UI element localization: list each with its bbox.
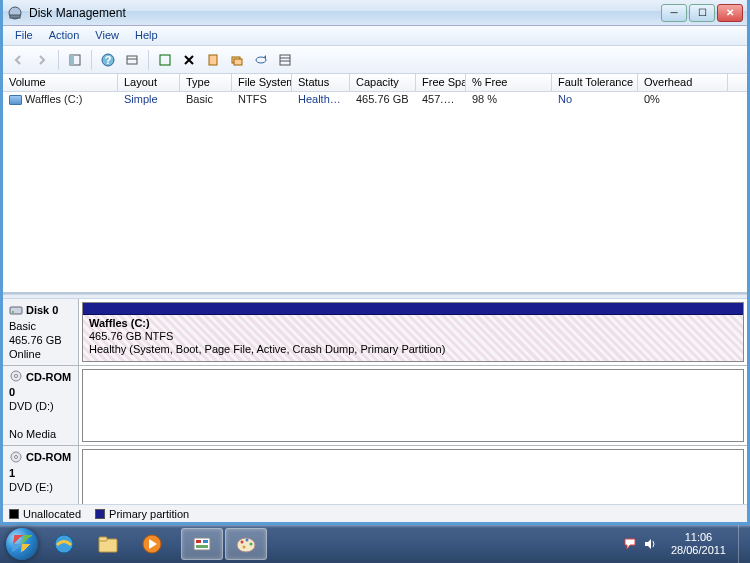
taskbar-paint[interactable] [225, 528, 267, 560]
menu-action[interactable]: Action [41, 26, 88, 45]
disc-icon [9, 451, 23, 466]
cell-free: 457.27 GB [416, 92, 466, 108]
forward-button[interactable] [31, 49, 53, 71]
svg-rect-8 [160, 55, 170, 65]
menu-help[interactable]: Help [127, 26, 166, 45]
col-freespace[interactable]: Free Spa... [416, 74, 466, 91]
taskbar-ie[interactable] [43, 528, 85, 560]
no-media[interactable] [82, 369, 744, 443]
col-status[interactable]: Status [292, 74, 350, 91]
svg-rect-29 [196, 545, 208, 548]
disk-partitions [79, 446, 747, 504]
disk-row-0[interactable]: Disk 0 Basic 465.76 GB Online Waffles (C… [3, 299, 747, 366]
col-fault[interactable]: Fault Tolerance [552, 74, 638, 91]
windows-logo-icon [6, 528, 38, 560]
time: 11:06 [671, 531, 726, 544]
col-layout[interactable]: Layout [118, 74, 180, 91]
delete-button[interactable] [178, 49, 200, 71]
svg-rect-24 [99, 537, 107, 541]
svg-rect-1 [10, 15, 20, 18]
taskbar-explorer[interactable] [87, 528, 129, 560]
separator [148, 50, 149, 70]
legend-unallocated-swatch [9, 509, 19, 519]
system-tray[interactable]: 11:06 28/06/2011 [619, 531, 738, 557]
action-button[interactable] [226, 49, 248, 71]
col-capacity[interactable]: Capacity [350, 74, 416, 91]
window-title: Disk Management [29, 6, 661, 20]
cell-capacity: 465.76 GB [350, 92, 416, 108]
menubar: File Action View Help [3, 26, 747, 46]
svg-point-12 [256, 57, 266, 63]
maximize-button[interactable]: ☐ [689, 4, 715, 22]
taskbar-disk-management[interactable] [181, 528, 223, 560]
refresh-button[interactable] [154, 49, 176, 71]
svg-rect-13 [280, 55, 290, 65]
column-headers: Volume Layout Type File System Status Ca… [3, 74, 747, 92]
col-pctfree[interactable]: % Free [466, 74, 552, 91]
menu-view[interactable]: View [87, 26, 127, 45]
col-filesystem[interactable]: File System [232, 74, 292, 91]
partition-c[interactable]: Waffles (C:) 465.76 GB NTFS Healthy (Sys… [82, 302, 744, 362]
menu-file[interactable]: File [7, 26, 41, 45]
svg-rect-3 [70, 55, 74, 65]
svg-point-31 [241, 541, 244, 544]
show-desktop-button[interactable] [738, 525, 748, 563]
taskbar-media-player[interactable] [131, 528, 173, 560]
app-icon [7, 5, 23, 21]
help-button[interactable]: ? [97, 49, 119, 71]
disk-partitions: Waffles (C:) 465.76 GB NTFS Healthy (Sys… [79, 299, 747, 365]
disk-partitions [79, 366, 747, 446]
rescan-button[interactable] [250, 49, 272, 71]
show-hide-button[interactable] [64, 49, 86, 71]
list-button[interactable] [274, 49, 296, 71]
action-center-icon[interactable] [623, 537, 637, 551]
svg-rect-26 [194, 538, 210, 550]
volume-icon[interactable] [643, 537, 657, 551]
svg-rect-28 [203, 540, 208, 543]
svg-rect-27 [196, 540, 201, 543]
partition-text: Waffles (C:) 465.76 GB NTFS Healthy (Sys… [83, 315, 743, 358]
date: 28/06/2011 [671, 544, 726, 557]
cell-volume: Waffles (C:) [3, 92, 118, 108]
disc-icon [9, 370, 23, 385]
clock[interactable]: 11:06 28/06/2011 [663, 531, 734, 557]
legend: Unallocated Primary partition [3, 504, 747, 522]
hdd-icon [9, 304, 23, 319]
volume-rows[interactable]: Waffles (C:) Simple Basic NTFS Healthy (… [3, 92, 747, 292]
cell-fault: No [552, 92, 638, 108]
svg-point-21 [15, 455, 18, 458]
cell-layout: Simple [118, 92, 180, 108]
col-volume[interactable]: Volume [3, 74, 118, 91]
disk-label: Disk 0 Basic 465.76 GB Online [3, 299, 79, 365]
titlebar[interactable]: Disk Management ─ ☐ ✕ [3, 0, 747, 26]
properties-button[interactable] [202, 49, 224, 71]
partition-stripe [83, 303, 743, 315]
col-type[interactable]: Type [180, 74, 232, 91]
back-button[interactable] [7, 49, 29, 71]
volume-row[interactable]: Waffles (C:) Simple Basic NTFS Healthy (… [3, 92, 747, 108]
legend-unallocated-label: Unallocated [23, 508, 81, 520]
settings-button[interactable] [121, 49, 143, 71]
legend-primary-swatch [95, 509, 105, 519]
disk-row-cdrom0[interactable]: CD-ROM 0 DVD (D:) No Media [3, 366, 747, 447]
minimize-button[interactable]: ─ [661, 4, 687, 22]
svg-rect-9 [209, 55, 217, 65]
svg-point-32 [246, 539, 249, 542]
volume-list: Volume Layout Type File System Status Ca… [3, 74, 747, 294]
disk-management-window: Disk Management ─ ☐ ✕ File Action View H… [0, 0, 750, 525]
svg-rect-6 [127, 56, 137, 64]
graphical-view: Disk 0 Basic 465.76 GB Online Waffles (C… [3, 299, 747, 504]
no-media[interactable] [82, 449, 744, 504]
start-button[interactable] [2, 525, 42, 563]
svg-point-17 [12, 311, 14, 313]
col-overhead[interactable]: Overhead [638, 74, 728, 91]
toolbar: ? [3, 46, 747, 74]
cell-status: Healthy (S... [292, 92, 350, 108]
svg-rect-11 [234, 59, 242, 65]
drive-icon [9, 95, 22, 105]
close-button[interactable]: ✕ [717, 4, 743, 22]
disk-label: CD-ROM 1 DVD (E:) No Media [3, 446, 79, 504]
disk-row-cdrom1[interactable]: CD-ROM 1 DVD (E:) No Media [3, 446, 747, 504]
svg-point-19 [15, 375, 18, 378]
taskbar: 11:06 28/06/2011 [0, 525, 750, 563]
